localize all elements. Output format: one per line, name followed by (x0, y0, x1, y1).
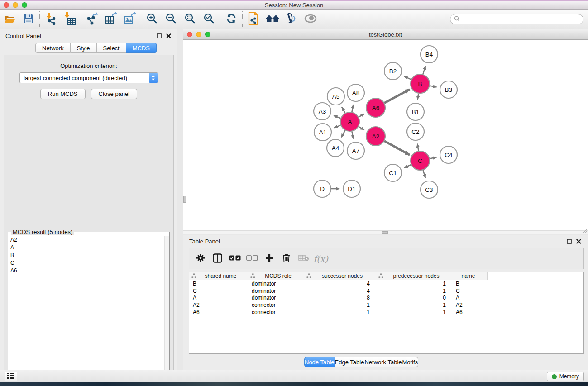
export-table-button[interactable] (101, 10, 120, 28)
tab-mcds[interactable]: MCDS (126, 43, 157, 53)
unchecked-boxes-icon (246, 255, 258, 262)
network-graph: AA1A2A3A4A5A6A7A8BB1B2B3B4CC1C2C3C4DD1 (183, 40, 588, 230)
table-close-panel-icon[interactable] (576, 238, 582, 244)
edge-A2-C[interactable] (384, 141, 410, 155)
refresh-button[interactable] (222, 10, 241, 28)
function-builder-button[interactable]: f(x) (314, 251, 327, 267)
network-file-icon (248, 11, 259, 27)
close-panel-button[interactable]: Close panel (91, 89, 138, 99)
edge-B-B4[interactable] (423, 66, 425, 74)
column-header-successor-nodes[interactable]: successor nodes (304, 272, 376, 280)
table-row[interactable]: A6connector11A6 (189, 309, 583, 316)
minimize-window-button[interactable] (13, 2, 18, 8)
edge-A-A6[interactable] (359, 114, 364, 117)
result-item[interactable]: A6 (9, 267, 164, 274)
task-history-button[interactable] (5, 372, 17, 381)
edge-A-A1[interactable] (334, 125, 340, 128)
table-row[interactable]: Cdominator41C (189, 287, 583, 295)
search-input[interactable] (462, 15, 583, 24)
edge-A-A2[interactable] (359, 127, 364, 130)
open-session-button[interactable] (0, 10, 19, 28)
network-hscroll-thumb[interactable] (382, 231, 388, 234)
result-item[interactable]: A2 (9, 236, 164, 243)
tab-network[interactable]: Network (35, 43, 71, 53)
zoom-out-icon (165, 13, 177, 26)
network-zoom-button[interactable] (205, 32, 210, 37)
column-header-name[interactable]: name (452, 272, 488, 280)
edge-A-A4[interactable] (341, 130, 345, 137)
export-image-button[interactable] (120, 10, 139, 28)
home-button[interactable] (263, 10, 282, 28)
birds-eye-view-button[interactable] (301, 10, 320, 28)
show-column-button[interactable] (211, 251, 224, 267)
tab-style[interactable]: Style (71, 43, 97, 53)
new-network-from-selection-button[interactable] (244, 10, 263, 28)
close-window-button[interactable] (4, 2, 9, 8)
network-canvas[interactable]: AA1A2A3A4A5A6A7A8BB1B2B3B4CC1C2C3C4DD1 (183, 40, 588, 230)
edge-B-B1[interactable] (417, 94, 418, 100)
create-column-button[interactable] (263, 251, 276, 267)
tab-node-table[interactable]: Node Table (304, 357, 335, 367)
dropdown-stepper-icon (149, 73, 158, 83)
delete-table-button[interactable] (297, 251, 310, 267)
resize-grip-icon[interactable] (582, 228, 588, 234)
network-close-button[interactable] (187, 32, 192, 37)
zoom-in-button[interactable] (143, 10, 162, 28)
import-network-button[interactable] (41, 10, 60, 28)
save-session-button[interactable] (19, 10, 38, 28)
tab-select[interactable]: Select (97, 43, 126, 53)
zoom-out-button[interactable] (162, 10, 181, 28)
table-cell: dominator (248, 288, 304, 294)
column-header-predecessor-nodes[interactable]: predecessor nodes (376, 272, 452, 280)
column-header-shared-name[interactable]: shared name (189, 272, 248, 280)
edge-A-A3[interactable] (334, 116, 340, 119)
edge-C-C2[interactable] (417, 144, 418, 151)
edge-C-C1[interactable] (404, 165, 411, 168)
edge-A-A5[interactable] (342, 107, 345, 113)
zoom-fit-button[interactable] (181, 10, 200, 28)
eye-icon (304, 14, 317, 24)
table-row[interactable]: A2connector11A2 (189, 301, 583, 309)
network-vscroll-thumb[interactable] (183, 196, 186, 203)
tab-edge-table[interactable]: Edge Table (335, 357, 365, 367)
edge-B-B2[interactable] (404, 76, 411, 79)
edge-A-A8[interactable] (352, 105, 353, 112)
run-mcds-button[interactable]: Run MCDS (40, 89, 86, 99)
table-cell: A (189, 295, 248, 301)
select-all-button[interactable] (228, 251, 241, 267)
network-minimize-button[interactable] (196, 32, 201, 37)
graphics-details-button[interactable] (282, 10, 301, 28)
status-bar: Memory (0, 370, 588, 382)
toolbar-separator (81, 11, 81, 27)
import-table-button[interactable] (60, 10, 79, 28)
delete-column-button[interactable] (280, 251, 293, 267)
memory-button[interactable]: Memory (547, 372, 584, 381)
deselect-all-button[interactable] (245, 251, 258, 267)
edge-B-B3[interactable] (430, 86, 437, 87)
tab-network-table[interactable]: Network Table (364, 357, 402, 367)
table-row[interactable]: Bdominator41B (189, 280, 583, 287)
table-settings-button[interactable] (194, 251, 207, 267)
zoom-selected-button[interactable] (200, 10, 219, 28)
result-item[interactable]: A (9, 243, 164, 251)
edge-C-C4[interactable] (430, 157, 437, 158)
tab-motifs[interactable]: Motifs (402, 357, 419, 367)
result-item[interactable]: B (9, 251, 164, 259)
edge-A-A7[interactable] (352, 132, 353, 139)
column-header-mcds-role[interactable]: MCDS role (248, 272, 304, 280)
table-cell: dominator (248, 295, 304, 301)
float-panel-icon[interactable] (156, 33, 162, 39)
close-panel-icon[interactable] (166, 33, 172, 39)
table-row[interactable]: Adominator80A (189, 294, 583, 301)
optimization-criterion-dropdown[interactable]: largest connected component (directed) (19, 72, 158, 83)
mcds-result-scrollbar[interactable] (164, 236, 169, 385)
node-label-B2: B2 (389, 68, 397, 75)
export-network-button[interactable] (82, 10, 101, 28)
network-hscrollbar[interactable] (183, 230, 588, 234)
table-float-panel-icon[interactable] (566, 238, 572, 244)
node-label-C2: C2 (411, 129, 419, 135)
edge-C-C3[interactable] (423, 170, 425, 178)
result-item[interactable]: C (9, 259, 164, 267)
edge-A6-B[interactable] (384, 89, 410, 103)
zoom-window-button[interactable] (22, 2, 27, 8)
